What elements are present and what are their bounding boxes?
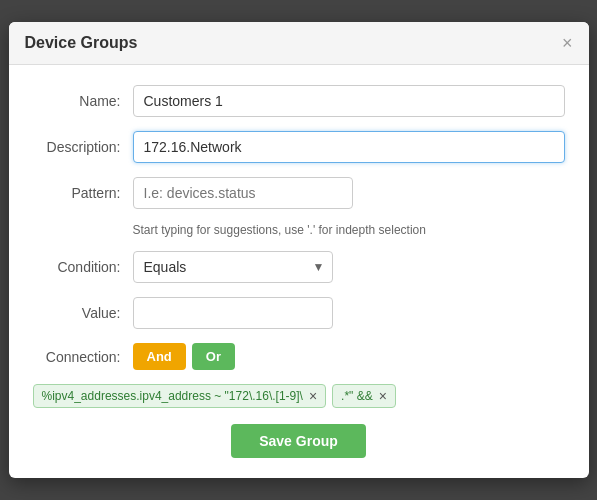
save-row: Save Group	[33, 424, 565, 458]
condition-label: Condition:	[33, 259, 133, 275]
modal-body: Name: Description: Pattern: Start typing…	[9, 65, 589, 478]
close-button[interactable]: ×	[562, 34, 573, 52]
modal-header: Device Groups ×	[9, 22, 589, 65]
and-button[interactable]: And	[133, 343, 186, 370]
tags-row: %ipv4_addresses.ipv4_address ~ "172\.16\…	[33, 384, 565, 408]
pattern-input[interactable]	[133, 177, 353, 209]
description-row: Description:	[33, 131, 565, 163]
tag-2-text: .*" &&	[341, 389, 373, 403]
tag-1-close[interactable]: ×	[309, 389, 317, 403]
description-label: Description:	[33, 139, 133, 155]
pattern-row: Pattern:	[33, 177, 565, 209]
connection-row: Connection: And Or	[33, 343, 565, 370]
save-button[interactable]: Save Group	[231, 424, 366, 458]
description-input[interactable]	[133, 131, 565, 163]
name-label: Name:	[33, 93, 133, 109]
connection-label: Connection:	[33, 349, 133, 365]
tag-2-close[interactable]: ×	[379, 389, 387, 403]
tag-1: %ipv4_addresses.ipv4_address ~ "172\.16\…	[33, 384, 327, 408]
pattern-label: Pattern:	[33, 185, 133, 201]
condition-select-wrapper: Equals Contains Not Equals Greater Than …	[133, 251, 333, 283]
tag-1-text: %ipv4_addresses.ipv4_address ~ "172\.16\…	[42, 389, 303, 403]
modal-dialog: Device Groups × Name: Description: Patte…	[9, 22, 589, 478]
pattern-hint: Start typing for suggestions, use '.' fo…	[133, 223, 565, 237]
connection-buttons: And Or	[133, 343, 235, 370]
name-row: Name:	[33, 85, 565, 117]
name-input[interactable]	[133, 85, 565, 117]
value-input[interactable]	[133, 297, 333, 329]
condition-row: Condition: Equals Contains Not Equals Gr…	[33, 251, 565, 283]
value-row: Value:	[33, 297, 565, 329]
modal-overlay: Device Groups × Name: Description: Patte…	[0, 0, 597, 500]
modal-title: Device Groups	[25, 34, 138, 52]
or-button[interactable]: Or	[192, 343, 235, 370]
condition-select[interactable]: Equals Contains Not Equals Greater Than …	[133, 251, 333, 283]
value-label: Value:	[33, 305, 133, 321]
tag-2: .*" && ×	[332, 384, 396, 408]
